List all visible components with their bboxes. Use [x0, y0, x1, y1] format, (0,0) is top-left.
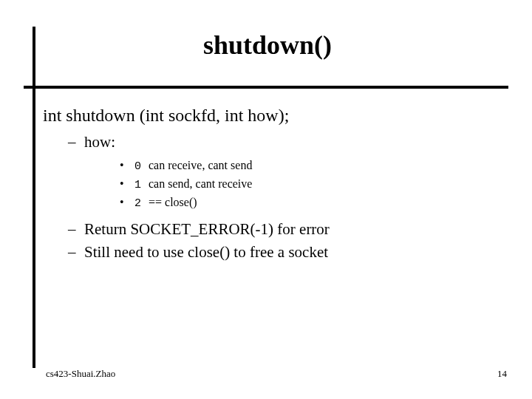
option-number: 0 — [134, 160, 141, 174]
how-label-line: – how: — [68, 132, 501, 152]
option-desc: == close() — [149, 194, 197, 211]
horizontal-rule — [24, 86, 508, 89]
how-label: how: — [84, 132, 115, 152]
footer-page-number: 14 — [497, 368, 507, 380]
slide-body: int shutdown (int sockfd, int how); – ho… — [43, 103, 501, 264]
slide: shutdown() int shutdown (int sockfd, int… — [0, 0, 532, 399]
option-line: • 0 can receive, cant send — [120, 157, 501, 174]
option-number: 2 — [134, 197, 141, 211]
note-text: Still need to use close() to free a sock… — [84, 242, 328, 262]
note-line: – Still need to use close() to free a so… — [68, 242, 501, 262]
option-desc: can send, cant receive — [149, 176, 252, 192]
dot-bullet-icon: • — [120, 157, 127, 174]
option-desc: can receive, cant send — [149, 157, 252, 174]
function-signature: int shutdown (int sockfd, int how); — [43, 103, 501, 127]
dot-bullet-icon: • — [120, 194, 127, 211]
slide-title: shutdown() — [203, 30, 332, 60]
dash-bullet-icon: – — [68, 219, 77, 239]
return-line: – Return SOCKET_ERROR(-1) for error — [68, 219, 501, 239]
option-line: • 1 can send, cant receive — [120, 176, 501, 193]
option-number: 1 — [134, 178, 141, 193]
title-region: shutdown() — [38, 30, 497, 61]
sublist-level1: – how: • 0 can receive, cant send • 1 ca… — [68, 132, 501, 262]
footer-author: cs423-Shuai.Zhao — [46, 368, 115, 380]
option-line: • 2 == close() — [120, 194, 501, 211]
dot-bullet-icon: • — [120, 176, 127, 192]
return-text: Return SOCKET_ERROR(-1) for error — [84, 219, 330, 239]
vertical-rule — [33, 27, 35, 368]
sublist-level2: • 0 can receive, cant send • 1 can send,… — [120, 157, 501, 212]
dash-bullet-icon: – — [68, 242, 77, 262]
dash-bullet-icon: – — [68, 132, 77, 152]
